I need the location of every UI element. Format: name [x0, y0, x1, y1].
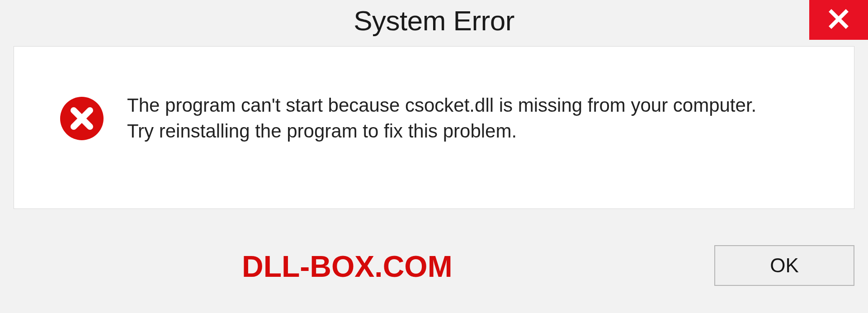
title-bar: System Error: [0, 0, 868, 43]
message-text-block: The program can't start because csocket.…: [127, 93, 827, 144]
system-error-dialog: System Error The program can't start bec…: [0, 0, 868, 313]
close-button[interactable]: [809, 0, 868, 40]
dialog-title: System Error: [354, 5, 514, 37]
watermark-text: DLL-BOX.COM: [242, 249, 453, 284]
ok-button-label: OK: [770, 254, 799, 277]
error-icon: [59, 96, 104, 141]
message-line-2: Try reinstalling the program to fix this…: [127, 119, 827, 144]
dialog-footer: DLL-BOX.COM OK: [0, 209, 868, 313]
ok-button[interactable]: OK: [714, 245, 854, 286]
message-panel: The program can't start because csocket.…: [14, 46, 854, 209]
close-icon: [828, 8, 849, 32]
message-line-1: The program can't start because csocket.…: [127, 93, 827, 119]
